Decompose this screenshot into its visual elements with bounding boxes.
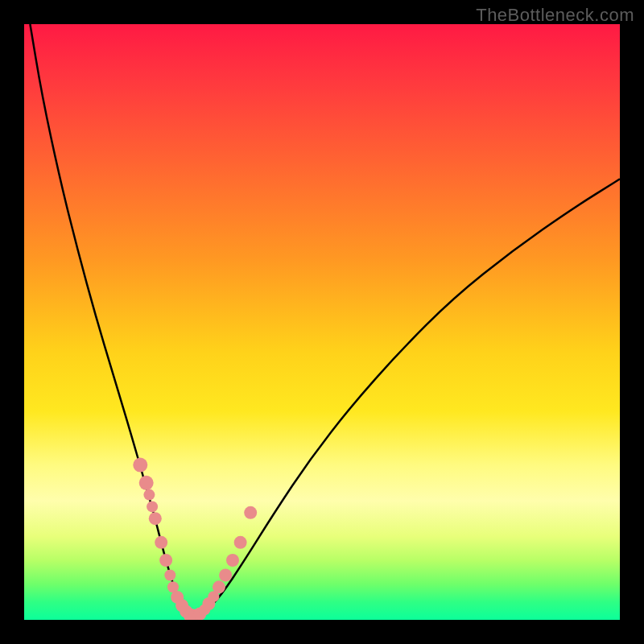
chart-svg (24, 24, 620, 620)
highlight-beads (133, 458, 257, 620)
bead (226, 554, 239, 567)
bead (139, 476, 154, 490)
bead (234, 536, 247, 549)
plot-area (24, 24, 620, 620)
chart-frame: TheBottleneck.com (0, 0, 644, 644)
bead (147, 501, 158, 512)
bead (219, 569, 232, 582)
bead (159, 554, 172, 567)
bead (143, 489, 155, 501)
watermark-text: TheBottleneck.com (476, 5, 634, 26)
bead (164, 570, 175, 581)
bottleneck-curve (30, 24, 620, 616)
bead (133, 458, 147, 473)
bead (149, 512, 162, 525)
bead (155, 536, 167, 549)
bead (244, 506, 257, 519)
bead (213, 580, 225, 593)
